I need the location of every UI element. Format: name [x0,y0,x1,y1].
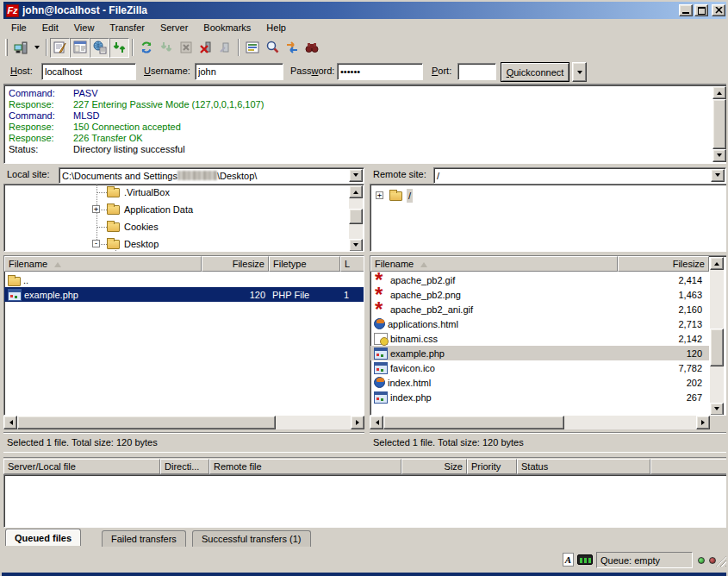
password-input[interactable] [337,63,423,80]
vertical-splitter[interactable] [364,167,370,452]
file-row[interactable]: applications.html 2,713 [370,316,709,331]
scroll-left-button[interactable] [370,416,383,429]
remote-horizontal-scrollbar[interactable] [370,416,710,429]
menu-help[interactable]: Help [258,21,294,34]
menu-server[interactable]: Server [152,21,196,34]
file-row-example-php[interactable]: example.php 120 [370,346,709,360]
file-row[interactable]: apache_pb2_ani.gif 2,160 [370,302,709,316]
tab-failed-transfers[interactable]: Failed transfers [102,530,186,547]
collapse-icon[interactable]: - [92,240,100,247]
host-input[interactable] [41,63,136,80]
column-header-lastmodified[interactable]: L [340,256,364,272]
column-header-filename[interactable]: Filename [4,256,202,272]
menu-file[interactable]: File [3,21,34,34]
scrollbar-thumb[interactable] [349,209,363,224]
status-bar: A Queue: empty [3,550,728,571]
username-input[interactable] [195,63,283,80]
local-site-dropdown-button[interactable] [349,169,363,182]
scrollbar-thumb[interactable] [712,99,726,149]
menu-bookmarks[interactable]: Bookmarks [196,21,258,34]
file-row[interactable]: apache_pb2.png 1,463 [370,287,709,302]
port-input[interactable] [457,63,496,80]
refresh-button[interactable] [136,38,156,58]
title-bar[interactable]: Fz john@localhost - FileZilla [3,2,728,19]
expand-icon[interactable]: + [92,205,100,213]
scroll-right-button[interactable] [351,416,364,429]
menu-view[interactable]: View [66,21,103,34]
minimize-button[interactable] [679,4,693,16]
scroll-up-button[interactable] [710,257,724,270]
log-line: Command:PASV [9,88,98,99]
arrow-down-icon [715,173,720,179]
column-header-filetype[interactable]: Filetype [269,256,340,272]
toggle-message-log-button[interactable] [50,38,70,58]
file-row[interactable]: bitnami.css 2,142 [370,331,709,346]
toolbar-separator [132,39,134,56]
scroll-down-button[interactable] [349,239,363,252]
scroll-right-button[interactable] [696,416,710,429]
file-row-parent-dir[interactable]: .. [4,272,364,287]
file-row[interactable]: apache_pb2.gif 2,414 [370,272,709,287]
remote-list-scrollbar[interactable] [710,257,724,414]
scrollbar-thumb[interactable] [383,416,564,429]
toggle-transfer-queue-button[interactable] [109,38,129,58]
queue-column-server-local-file[interactable]: Server/Local file [3,459,160,474]
disconnect-button[interactable] [196,38,215,58]
toggle-remote-tree-button[interactable] [90,38,109,58]
speed-limit-icon[interactable] [577,554,593,565]
directory-comparison-button[interactable] [262,38,282,58]
file-row[interactable]: index.html 202 [370,375,709,390]
resize-grip[interactable] [716,555,727,567]
cancel-button[interactable] [176,38,196,58]
column-header-filename[interactable]: Filename [370,256,618,272]
tab-successful-transfers[interactable]: Successful transfers (1) [192,530,311,547]
menu-bar: File Edit View Transfer Server Bookmarks… [3,19,728,36]
local-tree-scrollbar[interactable] [349,185,363,250]
scroll-up-button[interactable] [349,185,363,198]
find-files-button[interactable] [302,38,321,58]
remote-site-label: Remote site: [373,169,426,179]
site-manager-dropdown-button[interactable] [31,38,43,58]
toolbar-grip[interactable] [5,39,8,56]
file-row-example-php[interactable]: example.php 120 PHP File 1 [4,287,364,302]
reconnect-button[interactable] [215,38,235,58]
file-row[interactable]: favicon.ico 7,782 [370,360,709,375]
maximize-icon [698,7,706,15]
queue-column-remote-file[interactable]: Remote file [209,459,401,474]
synchronized-browsing-button[interactable] [282,38,302,58]
quickconnect-dropdown-button[interactable] [572,62,587,82]
local-site-combobox[interactable]: C:\Documents and Settings\Desktop\ [59,167,364,184]
column-header-filesize[interactable]: Filesize [618,256,709,272]
queue-column-status[interactable]: Status [517,459,650,474]
column-header-filesize[interactable]: Filesize [202,256,269,272]
scroll-up-button[interactable] [712,86,726,99]
scrollbar-thumb[interactable] [17,416,276,429]
local-horizontal-scrollbar[interactable] [3,416,364,429]
host-label: Host: [10,66,33,76]
queue-column-size[interactable]: Size [401,459,467,474]
queue-column-direction[interactable]: Directi... [160,459,209,474]
menu-transfer[interactable]: Transfer [102,21,152,34]
scroll-down-button[interactable] [710,403,724,416]
maximize-button[interactable] [694,4,708,16]
remote-site-dropdown-button[interactable] [711,169,725,182]
remote-site-combobox[interactable]: / [433,167,726,184]
tab-queued-files[interactable]: Queued files [5,529,81,546]
close-button[interactable] [712,4,725,16]
menu-edit[interactable]: Edit [34,21,66,34]
scroll-down-button[interactable] [712,149,726,162]
log-scrollbar[interactable] [712,86,726,162]
file-row[interactable]: index.php 267 [370,390,709,404]
scrollbar-thumb[interactable] [710,329,724,366]
quickconnect-button[interactable]: Quickconnect [501,62,569,82]
queue-column-priority[interactable]: Priority [467,459,517,474]
window-bottom-edge [2,573,728,576]
filename-filters-button[interactable] [242,38,262,58]
toggle-local-tree-button[interactable] [70,38,90,58]
site-manager-button[interactable] [11,38,31,58]
scroll-left-button[interactable] [3,416,17,429]
binoculars-icon [305,41,319,54]
horizontal-splitter[interactable] [3,452,728,458]
expand-icon[interactable]: + [376,191,383,199]
process-queue-button[interactable] [156,38,176,58]
